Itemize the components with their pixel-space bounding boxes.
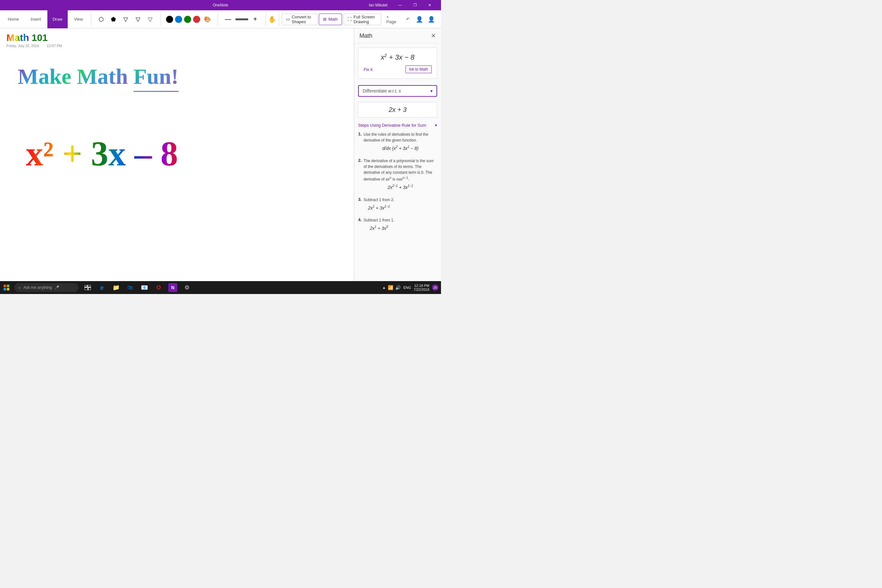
ribbon: Home Insert Draw View ⬡ ⬟ ▽ ▽ ▽ 🎨 — + ✋ … — [0, 10, 441, 28]
steps-content: 1. Use the rules of derivatives to find … — [354, 130, 441, 239]
start-button[interactable] — [0, 281, 13, 294]
svg-rect-7 — [88, 288, 91, 290]
svg-rect-0 — [3, 285, 6, 287]
fix-it-row: Fix it Ink to Math — [364, 66, 432, 73]
note-date: Friday, July 22, 2016 — [6, 44, 39, 48]
brush-size[interactable] — [236, 18, 248, 20]
ink-to-math-button[interactable]: Ink to Math — [405, 66, 432, 73]
profile-icon[interactable]: 👤 — [426, 14, 436, 24]
color-green[interactable] — [184, 16, 191, 23]
fun-underline — [134, 91, 178, 92]
tagline: Make Math Fun! — [18, 64, 178, 89]
fix-it-link[interactable]: Fix it — [364, 67, 372, 72]
search-input[interactable]: Ask me anything — [23, 285, 52, 290]
tab-insert[interactable]: Insert — [26, 10, 46, 28]
canvas-area[interactable]: Math 101 Friday, July 22, 2016 12:07 PM … — [0, 28, 354, 281]
clock-time: 12:18 PM — [414, 284, 429, 288]
formula-display: x2 + 3x − 8 Fix it Ink to Math — [358, 47, 437, 79]
note-title-101: 101 — [32, 32, 48, 43]
volume-icon[interactable]: 🔊 — [395, 285, 401, 290]
tab-home[interactable]: Home — [3, 10, 24, 28]
color-tools: 🎨 — [164, 14, 215, 24]
steps-title: Steps Using Derivative Rule for Sum — [358, 123, 426, 128]
notification-count[interactable]: 26 — [432, 284, 438, 291]
convert-to-shapes-button[interactable]: ▭ Convert to Shapes — [282, 14, 318, 25]
differentiate-dropdown[interactable]: Differentiate w.r.t. x ▾ — [358, 85, 437, 97]
formula-text: x2 + 3x − 8 — [364, 53, 432, 62]
step-4-number: 4. — [358, 217, 362, 233]
outlook-icon[interactable]: 📧 — [138, 281, 151, 294]
convert-shapes-label: Convert to Shapes — [292, 15, 314, 24]
svg-rect-4 — [84, 285, 87, 287]
step-4-formula: 2x1 + 3x0 — [364, 225, 394, 231]
touch-drawing[interactable]: ✋ — [268, 14, 276, 24]
minus-tool[interactable]: — — [223, 14, 233, 24]
fun-text: Fun! — [134, 64, 178, 88]
color-red[interactable] — [193, 16, 200, 23]
restore-button[interactable]: ❐ — [408, 0, 422, 10]
math-button[interactable]: ⊞ Math — [319, 14, 342, 25]
clock[interactable]: 12:18 PM 7/22/2016 — [414, 284, 429, 291]
settings-icon[interactable]: ⚙ — [180, 281, 194, 294]
ribbon-sep-2 — [160, 13, 161, 26]
color-blue[interactable] — [175, 16, 182, 23]
taskbar: ○ Ask me anything 🎤 e 📁 🛍 📧 O — [0, 281, 441, 294]
minimize-button[interactable]: — — [393, 0, 408, 10]
shapes-icon: ▭ — [286, 17, 290, 22]
pen-tool-2[interactable]: ▽ — [133, 14, 143, 24]
taskbar-apps: e 📁 🛍 📧 O N ⚙ — [80, 281, 195, 294]
close-button[interactable]: ✕ — [422, 0, 437, 10]
svg-rect-2 — [3, 288, 6, 291]
tagline-text: Make Math — [18, 64, 134, 88]
step-3-formula: 2x1 + 3x1−1 — [364, 205, 394, 210]
tab-draw[interactable]: Draw — [47, 10, 68, 28]
task-view-button[interactable] — [81, 281, 94, 294]
canvas-equation-text: x² + 3x – 8 — [26, 134, 178, 173]
add-page-button[interactable]: + Page — [384, 13, 401, 26]
file-explorer-icon[interactable]: 📁 — [110, 281, 123, 294]
office-icon[interactable]: O — [152, 281, 165, 294]
step-3-text: Subtract 1 from 2. — [364, 197, 394, 203]
fullscreen-button[interactable]: ⛶ Full Screen Drawing — [344, 14, 381, 25]
color-black[interactable] — [166, 16, 173, 23]
onenote-icon[interactable]: N — [166, 281, 179, 294]
lasso-tool[interactable]: ⬡ — [96, 14, 106, 24]
pen-tool-1[interactable]: ▽ — [121, 14, 131, 24]
svg-rect-3 — [7, 288, 9, 291]
store-icon[interactable]: 🛍 — [124, 281, 136, 294]
step-2-number: 2. — [358, 158, 362, 192]
language-indicator[interactable]: ENG — [403, 286, 411, 290]
step-3-number: 3. — [358, 197, 362, 213]
tab-view[interactable]: View — [69, 10, 88, 28]
eraser-tool[interactable]: ⬟ — [108, 14, 118, 24]
draw-tools: ⬡ ⬟ ▽ ▽ ▽ — [93, 14, 158, 24]
ribbon-sep-3 — [218, 13, 218, 26]
network-icon[interactable]: 📶 — [388, 285, 393, 290]
edge-browser-icon[interactable]: e — [95, 281, 108, 294]
fullscreen-label: Full Screen Drawing — [354, 15, 377, 24]
svg-rect-5 — [88, 285, 91, 287]
microphone-icon: 🎤 — [54, 285, 59, 290]
color-picker[interactable]: 🎨 — [202, 14, 213, 24]
main-area: Math 101 Friday, July 22, 2016 12:07 PM … — [0, 28, 441, 281]
search-bar[interactable]: ○ Ask me anything 🎤 — [14, 283, 79, 292]
plus-tool[interactable]: + — [250, 14, 261, 24]
taskbar-right: ▲ 📶 🔊 ENG 12:18 PM 7/22/2016 26 — [382, 284, 441, 291]
user-icon[interactable]: 👤 — [415, 14, 424, 24]
note-time: 12:07 PM — [47, 44, 62, 48]
steps-header[interactable]: Steps Using Derivative Rule for Sum ▾ — [354, 120, 441, 130]
sidebar-title: Math — [360, 33, 372, 39]
math-label: Math — [328, 17, 338, 22]
tray-arrow-icon[interactable]: ▲ — [382, 285, 386, 290]
search-icon: ○ — [18, 285, 21, 290]
onenote-logo: N — [168, 283, 177, 292]
differentiate-label: Differentiate w.r.t. x — [363, 88, 401, 93]
fullscreen-icon: ⛶ — [348, 17, 352, 22]
pen-tool-3[interactable]: ▽ — [145, 14, 155, 24]
result-box: 2x + 3 — [358, 102, 437, 118]
steps-chevron-icon: ▾ — [435, 123, 437, 128]
clock-date: 7/22/2016 — [414, 288, 429, 291]
ribbon-right: + Page ↶ 👤 👤 — [384, 13, 438, 26]
back-button[interactable]: ↶ — [404, 15, 412, 23]
sidebar-close-button[interactable]: ✕ — [431, 32, 436, 39]
